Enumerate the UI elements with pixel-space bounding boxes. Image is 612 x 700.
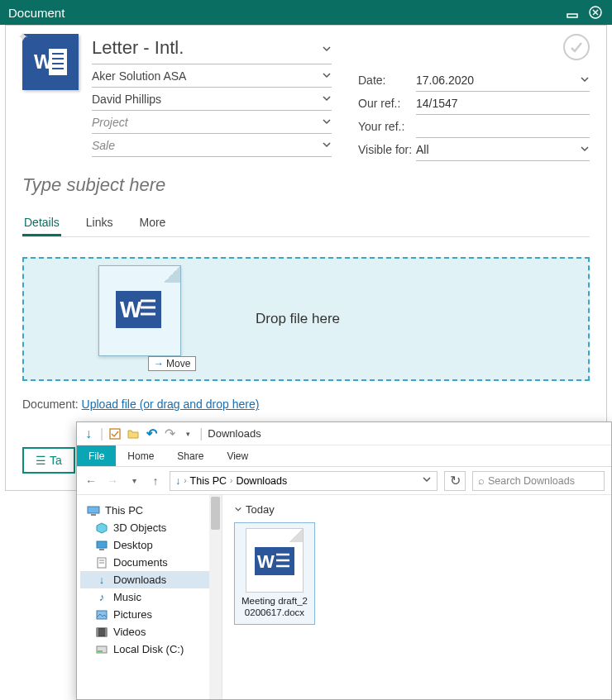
visible-field[interactable]: All — [416, 138, 590, 161]
chevron-down-icon — [580, 143, 590, 156]
template-selector[interactable]: Letter - Intl. — [92, 34, 332, 64]
group-today[interactable]: Today — [234, 503, 600, 516]
explorer-ribbon: File Home Share View — [77, 445, 611, 467]
contact-field[interactable]: David Phillips — [92, 88, 332, 111]
arrow-right-icon: → — [154, 358, 164, 369]
computer-icon — [87, 505, 100, 517]
tab-links[interactable]: Links — [84, 211, 115, 236]
file-explorer-window: ↓ | ↶ ↷ ▾ | Downloads File Home Share Vi… — [76, 421, 612, 700]
desktop-icon — [95, 540, 108, 551]
chevron-down-icon — [322, 139, 332, 152]
pictures-icon — [95, 609, 108, 621]
search-input[interactable]: ⌕ Search Downloads — [472, 471, 605, 491]
search-icon: ⌕ — [478, 475, 485, 487]
tabs: Details Links More — [22, 211, 590, 237]
document-label: Document: — [22, 398, 79, 411]
window-titlebar: Document — [0, 0, 612, 25]
svg-rect-17 — [91, 514, 96, 516]
yourref-label: Your ref.: — [358, 120, 416, 133]
explorer-title: Downloads — [208, 427, 261, 440]
completed-toggle[interactable] — [563, 34, 590, 60]
upload-link[interactable]: Upload file (or drag and drop here) — [82, 398, 260, 411]
svg-rect-15 — [110, 429, 120, 439]
svg-text:W: W — [34, 50, 53, 73]
document-type-icon: ✦ W — [22, 34, 82, 93]
undo-icon[interactable]: ↶ — [145, 427, 158, 440]
refresh-button[interactable]: ↻ — [444, 471, 466, 491]
svg-rect-25 — [97, 628, 98, 636]
dragged-file-preview: W — [98, 265, 181, 356]
document-line: Document: Upload file (or drag and drop … — [22, 398, 590, 411]
date-label: Date: — [358, 74, 416, 87]
checkbox-icon[interactable] — [108, 427, 122, 440]
move-badge: → Move — [148, 356, 196, 371]
tree-pictures[interactable]: Pictures — [80, 606, 218, 623]
project-field[interactable]: Project — [92, 111, 332, 134]
task-button[interactable]: ☰ Ta — [22, 447, 75, 474]
tree-downloads[interactable]: ↓ Downloads — [80, 571, 218, 588]
chevron-down-icon — [322, 69, 332, 83]
close-icon[interactable] — [587, 4, 604, 21]
sale-placeholder: Sale — [92, 139, 115, 152]
ribbon-view[interactable]: View — [215, 445, 260, 466]
chevron-down-icon — [234, 503, 242, 516]
tree-scrollbar[interactable] — [209, 495, 222, 699]
svg-rect-23 — [97, 611, 107, 619]
ribbon-share[interactable]: Share — [165, 445, 215, 466]
window-title: Document — [8, 6, 65, 20]
template-name: Letter - Intl. — [92, 37, 184, 59]
dropzone[interactable]: W → Move Drop file here — [22, 257, 590, 381]
file-name: Meeting draft_20200617.docx — [240, 596, 309, 619]
down-arrow-icon: ↓ — [175, 475, 180, 487]
chevron-down-icon — [322, 116, 332, 129]
tree-videos[interactable]: Videos — [80, 623, 218, 640]
cube-icon — [95, 522, 108, 534]
visible-label: Visible for: — [358, 143, 416, 156]
chevron-down-icon[interactable] — [422, 474, 432, 487]
svg-text:W: W — [257, 551, 275, 572]
tree-documents[interactable]: Documents — [80, 554, 218, 571]
address-bar[interactable]: ↓ › This PC › Downloads — [170, 471, 437, 491]
yourref-field[interactable] — [416, 115, 590, 138]
project-placeholder: Project — [92, 116, 128, 129]
explorer-tree: This PC 3D Objects Desktop Documents ↓ D… — [77, 495, 222, 699]
redo-icon[interactable]: ↷ — [163, 427, 176, 440]
chevron-down-icon — [580, 74, 590, 87]
download-icon: ↓ — [95, 574, 108, 586]
menu-icon: ☰ — [36, 454, 46, 467]
down-arrow-icon[interactable]: ↓ — [82, 427, 95, 440]
ribbon-home[interactable]: Home — [116, 445, 165, 466]
tab-more[interactable]: More — [137, 211, 167, 236]
chevron-down-icon — [322, 37, 332, 59]
ribbon-file[interactable]: File — [77, 445, 116, 466]
ourref-label: Our ref.: — [358, 97, 416, 110]
chevron-down-icon — [322, 93, 332, 106]
tree-3dobjects[interactable]: 3D Objects — [80, 519, 218, 536]
videos-icon — [95, 626, 108, 638]
explorer-nav: ← → ▾ ↑ ↓ › This PC › Downloads ↻ ⌕ Sear… — [77, 467, 611, 495]
tree-thispc[interactable]: This PC — [80, 502, 218, 519]
nav-back[interactable]: ← — [84, 474, 98, 488]
svg-rect-18 — [97, 541, 107, 548]
nav-forward: → — [105, 474, 120, 488]
folder-icon[interactable] — [127, 427, 140, 440]
company-field[interactable]: Aker Solution ASA — [92, 64, 332, 88]
file-tile[interactable]: W Meeting draft_20200617.docx — [234, 522, 315, 625]
svg-rect-0 — [567, 14, 577, 17]
tree-desktop[interactable]: Desktop — [80, 536, 218, 554]
tab-details[interactable]: Details — [22, 211, 61, 236]
documents-icon — [95, 557, 108, 569]
nav-recent-dropdown[interactable]: ▾ — [127, 476, 141, 485]
dropdown-icon[interactable]: ▾ — [181, 427, 194, 440]
minimize-icon[interactable] — [564, 4, 581, 21]
tree-music[interactable]: ♪ Music — [80, 588, 218, 606]
tree-localdisk[interactable]: Local Disk (C:) — [80, 640, 218, 658]
svg-rect-26 — [105, 628, 107, 636]
nav-up[interactable]: ↑ — [148, 474, 163, 488]
subject-input[interactable] — [22, 174, 590, 196]
contact-value: David Phillips — [92, 93, 161, 106]
ourref-field[interactable]: 14/1547 — [416, 92, 590, 115]
sale-field[interactable]: Sale — [92, 134, 332, 157]
explorer-titlebar: ↓ | ↶ ↷ ▾ | Downloads — [77, 422, 611, 445]
date-field[interactable]: 17.06.2020 — [416, 69, 590, 92]
